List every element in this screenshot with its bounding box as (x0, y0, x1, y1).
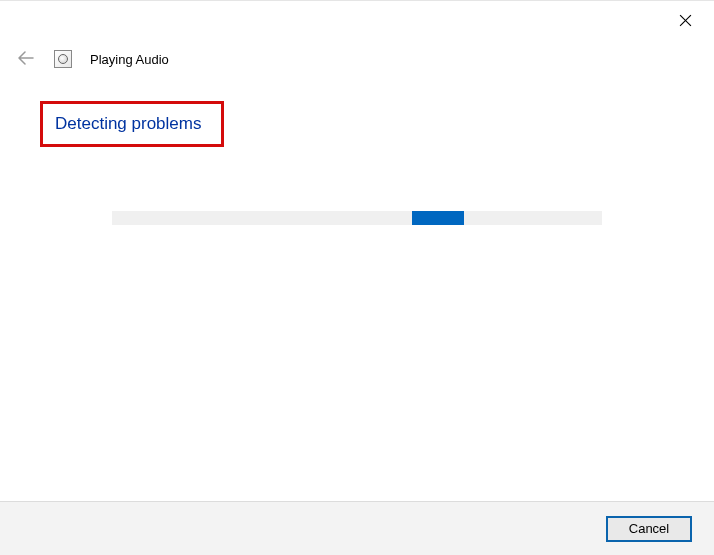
audio-troubleshooter-icon (54, 50, 72, 68)
progress-bar (112, 211, 602, 225)
status-highlight-box: Detecting problems (40, 101, 224, 147)
wizard-header: Playing Audio (16, 49, 169, 69)
wizard-title: Playing Audio (90, 52, 169, 67)
status-heading: Detecting problems (55, 114, 201, 134)
progress-thumb (412, 211, 464, 225)
back-arrow-icon (18, 51, 34, 68)
close-icon (679, 14, 692, 30)
cancel-button[interactable]: Cancel (606, 516, 692, 542)
close-button[interactable] (670, 7, 700, 37)
wizard-footer: Cancel (0, 501, 714, 555)
back-button[interactable] (16, 49, 36, 69)
